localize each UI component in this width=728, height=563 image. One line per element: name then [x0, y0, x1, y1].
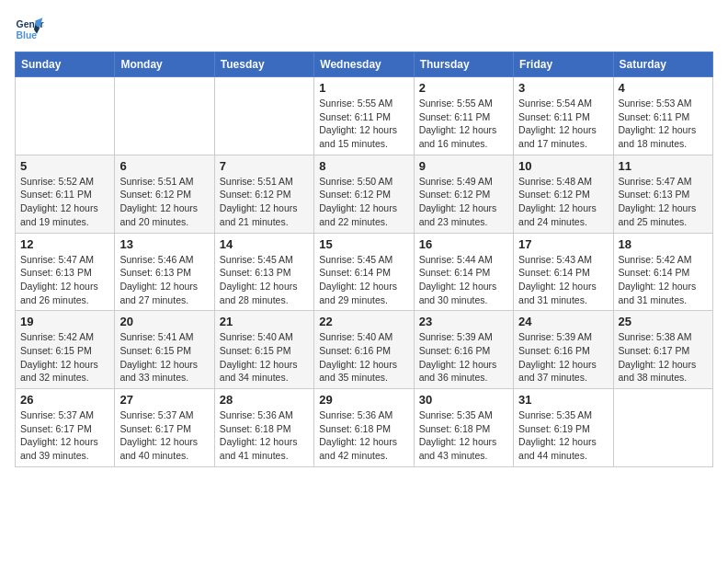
day-info: Sunrise: 5:35 AM Sunset: 6:19 PM Dayligh… [518, 408, 608, 463]
day-info: Sunrise: 5:51 AM Sunset: 6:12 PM Dayligh… [119, 175, 209, 229]
calendar-cell: 16Sunrise: 5:44 AM Sunset: 6:14 PM Dayli… [414, 233, 513, 311]
day-info: Sunrise: 5:46 AM Sunset: 6:13 PM Dayligh… [119, 253, 209, 307]
day-info: Sunrise: 5:50 AM Sunset: 6:12 PM Dayligh… [319, 175, 408, 229]
day-number: 5 [20, 159, 109, 173]
calendar-cell: 31Sunrise: 5:35 AM Sunset: 6:19 PM Dayli… [514, 389, 613, 467]
calendar-cell: 4Sunrise: 5:53 AM Sunset: 6:11 PM Daylig… [613, 77, 712, 155]
day-number: 16 [419, 237, 508, 251]
calendar-cell: 30Sunrise: 5:35 AM Sunset: 6:18 PM Dayli… [414, 389, 513, 467]
calendar-cell [214, 77, 313, 155]
calendar-week-2: 5Sunrise: 5:52 AM Sunset: 6:11 PM Daylig… [16, 155, 713, 233]
calendar-cell: 11Sunrise: 5:47 AM Sunset: 6:13 PM Dayli… [613, 155, 712, 233]
day-number: 15 [319, 237, 408, 251]
calendar-cell: 15Sunrise: 5:45 AM Sunset: 6:14 PM Dayli… [314, 233, 414, 311]
day-number: 10 [518, 159, 608, 173]
logo-icon: General Blue [15, 15, 44, 44]
calendar-cell: 3Sunrise: 5:54 AM Sunset: 6:11 PM Daylig… [514, 77, 613, 155]
calendar-cell [613, 389, 712, 467]
calendar-table: SundayMondayTuesdayWednesdayThursdayFrid… [15, 52, 713, 467]
calendar-cell [115, 77, 214, 155]
day-info: Sunrise: 5:37 AM Sunset: 6:17 PM Dayligh… [20, 408, 109, 463]
day-number: 30 [419, 393, 508, 407]
day-number: 20 [119, 315, 209, 328]
page-header: General Blue [15, 15, 713, 44]
day-info: Sunrise: 5:40 AM Sunset: 6:15 PM Dayligh… [220, 330, 309, 385]
calendar-cell: 23Sunrise: 5:39 AM Sunset: 6:16 PM Dayli… [414, 311, 513, 389]
day-info: Sunrise: 5:47 AM Sunset: 6:13 PM Dayligh… [20, 253, 109, 307]
day-number: 11 [619, 159, 708, 173]
day-info: Sunrise: 5:37 AM Sunset: 6:17 PM Dayligh… [119, 408, 209, 463]
day-info: Sunrise: 5:47 AM Sunset: 6:13 PM Dayligh… [619, 175, 708, 229]
day-info: Sunrise: 5:39 AM Sunset: 6:16 PM Dayligh… [518, 330, 608, 385]
day-info: Sunrise: 5:49 AM Sunset: 6:12 PM Dayligh… [419, 175, 508, 229]
calendar-cell: 14Sunrise: 5:45 AM Sunset: 6:13 PM Dayli… [214, 233, 313, 311]
day-number: 13 [119, 237, 209, 251]
day-number: 29 [319, 393, 408, 407]
day-number: 26 [20, 393, 109, 407]
calendar-cell: 18Sunrise: 5:42 AM Sunset: 6:14 PM Dayli… [613, 233, 712, 311]
svg-text:Blue: Blue [17, 30, 38, 40]
day-number: 2 [419, 81, 508, 95]
calendar-cell: 1Sunrise: 5:55 AM Sunset: 6:11 PM Daylig… [314, 77, 414, 155]
calendar-cell: 6Sunrise: 5:51 AM Sunset: 6:12 PM Daylig… [115, 155, 214, 233]
day-info: Sunrise: 5:36 AM Sunset: 6:18 PM Dayligh… [220, 408, 309, 463]
header-thursday: Thursday [414, 52, 513, 77]
calendar-cell [16, 77, 115, 155]
day-number: 18 [619, 237, 708, 251]
calendar-cell: 12Sunrise: 5:47 AM Sunset: 6:13 PM Dayli… [16, 233, 115, 311]
day-number: 3 [518, 81, 608, 95]
calendar-week-5: 26Sunrise: 5:37 AM Sunset: 6:17 PM Dayli… [16, 389, 713, 467]
day-info: Sunrise: 5:35 AM Sunset: 6:18 PM Dayligh… [419, 408, 508, 463]
day-number: 14 [220, 237, 309, 251]
calendar-cell: 5Sunrise: 5:52 AM Sunset: 6:11 PM Daylig… [16, 155, 115, 233]
header-wednesday: Wednesday [314, 52, 414, 77]
day-info: Sunrise: 5:41 AM Sunset: 6:15 PM Dayligh… [119, 330, 209, 385]
calendar-cell: 21Sunrise: 5:40 AM Sunset: 6:15 PM Dayli… [214, 311, 313, 389]
header-friday: Friday [514, 52, 613, 77]
day-number: 17 [518, 237, 608, 251]
calendar-cell: 19Sunrise: 5:42 AM Sunset: 6:15 PM Dayli… [16, 311, 115, 389]
day-info: Sunrise: 5:54 AM Sunset: 6:11 PM Dayligh… [518, 97, 608, 151]
calendar-cell: 17Sunrise: 5:43 AM Sunset: 6:14 PM Dayli… [514, 233, 613, 311]
calendar-header-row: SundayMondayTuesdayWednesdayThursdayFrid… [16, 52, 713, 77]
calendar-cell: 24Sunrise: 5:39 AM Sunset: 6:16 PM Dayli… [514, 311, 613, 389]
day-info: Sunrise: 5:51 AM Sunset: 6:12 PM Dayligh… [220, 175, 309, 229]
calendar-week-3: 12Sunrise: 5:47 AM Sunset: 6:13 PM Dayli… [16, 233, 713, 311]
header-monday: Monday [115, 52, 214, 77]
day-number: 23 [419, 315, 508, 328]
calendar-week-1: 1Sunrise: 5:55 AM Sunset: 6:11 PM Daylig… [16, 77, 713, 155]
calendar-cell: 29Sunrise: 5:36 AM Sunset: 6:18 PM Dayli… [314, 389, 414, 467]
header-saturday: Saturday [613, 52, 712, 77]
calendar-cell: 13Sunrise: 5:46 AM Sunset: 6:13 PM Dayli… [115, 233, 214, 311]
day-number: 4 [619, 81, 708, 95]
logo: General Blue [15, 15, 50, 44]
day-info: Sunrise: 5:42 AM Sunset: 6:15 PM Dayligh… [20, 330, 109, 385]
day-number: 12 [20, 237, 109, 251]
day-number: 8 [319, 159, 408, 173]
calendar-cell: 26Sunrise: 5:37 AM Sunset: 6:17 PM Dayli… [16, 389, 115, 467]
calendar-cell: 7Sunrise: 5:51 AM Sunset: 6:12 PM Daylig… [214, 155, 313, 233]
day-info: Sunrise: 5:36 AM Sunset: 6:18 PM Dayligh… [319, 408, 408, 463]
day-info: Sunrise: 5:45 AM Sunset: 6:14 PM Dayligh… [319, 253, 408, 307]
day-info: Sunrise: 5:38 AM Sunset: 6:17 PM Dayligh… [619, 330, 708, 385]
day-number: 21 [220, 315, 309, 328]
calendar-cell: 22Sunrise: 5:40 AM Sunset: 6:16 PM Dayli… [314, 311, 414, 389]
day-number: 27 [119, 393, 209, 407]
day-number: 22 [319, 315, 408, 328]
calendar-cell: 9Sunrise: 5:49 AM Sunset: 6:12 PM Daylig… [414, 155, 513, 233]
calendar-cell: 8Sunrise: 5:50 AM Sunset: 6:12 PM Daylig… [314, 155, 414, 233]
day-info: Sunrise: 5:43 AM Sunset: 6:14 PM Dayligh… [518, 253, 608, 307]
day-info: Sunrise: 5:42 AM Sunset: 6:14 PM Dayligh… [619, 253, 708, 307]
day-number: 25 [619, 315, 708, 328]
day-info: Sunrise: 5:40 AM Sunset: 6:16 PM Dayligh… [319, 330, 408, 385]
day-number: 7 [220, 159, 309, 173]
calendar-cell: 20Sunrise: 5:41 AM Sunset: 6:15 PM Dayli… [115, 311, 214, 389]
day-number: 31 [518, 393, 608, 407]
calendar-week-4: 19Sunrise: 5:42 AM Sunset: 6:15 PM Dayli… [16, 311, 713, 389]
day-number: 1 [319, 81, 408, 95]
day-info: Sunrise: 5:53 AM Sunset: 6:11 PM Dayligh… [619, 97, 708, 151]
calendar-cell: 27Sunrise: 5:37 AM Sunset: 6:17 PM Dayli… [115, 389, 214, 467]
day-info: Sunrise: 5:45 AM Sunset: 6:13 PM Dayligh… [220, 253, 309, 307]
day-info: Sunrise: 5:39 AM Sunset: 6:16 PM Dayligh… [419, 330, 508, 385]
day-number: 28 [220, 393, 309, 407]
